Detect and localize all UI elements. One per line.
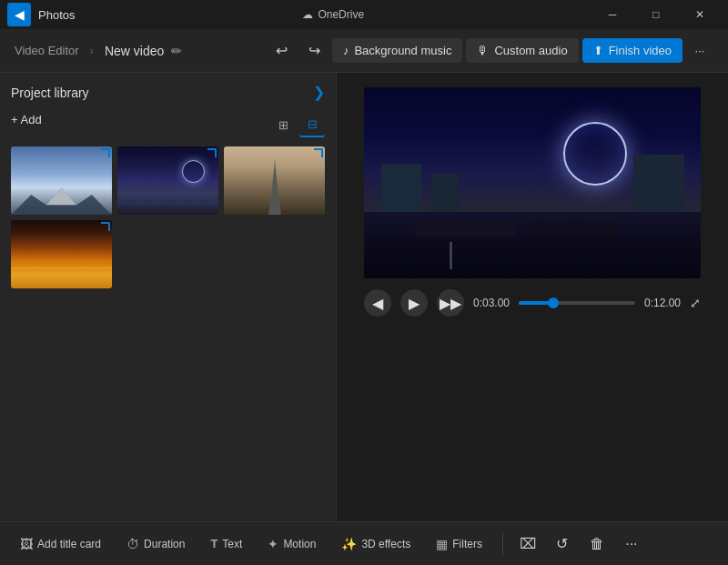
playback-controls: ◀ ▶ ▶▶ 0:03.00 0:12.00 ⤢	[364, 289, 701, 317]
delete-button[interactable]: 🗑	[583, 530, 611, 558]
toolbar-right: ♪ Background music 🎙 Custom audio ⬆ Fini…	[332, 37, 713, 65]
video-editor-label: Video Editor	[15, 44, 79, 57]
timeline-divider-1	[502, 533, 503, 555]
text-button[interactable]: T Text	[201, 532, 251, 555]
grid-view-button[interactable]: ⊞	[270, 112, 296, 137]
crop-button[interactable]: ⌧	[514, 530, 541, 558]
text-label: Text	[222, 538, 242, 550]
effects-icon: ✨	[341, 537, 357, 551]
custom-audio-label: Custom audio	[494, 44, 567, 57]
play-forward-button[interactable]: ▶▶	[437, 289, 464, 317]
onedrive-area: ☁ OneDrive	[302, 8, 364, 21]
progress-bar[interactable]	[519, 301, 635, 305]
breadcrumb-separator: ›	[90, 44, 94, 57]
add-title-card-button[interactable]: 🖼 Add title card	[11, 532, 110, 556]
thumb-corner-sunset	[101, 222, 110, 231]
new-video-label: New video	[105, 44, 164, 58]
fullscreen-button[interactable]: ⤢	[690, 296, 701, 310]
toolbar: Video Editor › New video ✏ ↩ ↪ ♪ Backgro…	[0, 29, 728, 73]
music-icon: ♪	[343, 44, 349, 57]
add-icon: + Add	[11, 113, 42, 126]
filters-button[interactable]: ▦ Filters	[427, 532, 491, 556]
play-button[interactable]: ▶	[400, 289, 428, 317]
title-bar-left: ◀ Photos	[7, 3, 75, 26]
add-media-button[interactable]: + Add	[11, 113, 42, 126]
timeline-more-button[interactable]: ···	[618, 530, 645, 558]
sidebar-header: Project library ❯	[11, 84, 325, 101]
custom-audio-button[interactable]: 🎙 Custom audio	[466, 38, 578, 63]
onedrive-label: OneDrive	[318, 8, 364, 21]
redo-button[interactable]: ↪	[301, 37, 329, 65]
total-time-label: 0:12.00	[644, 297, 681, 309]
audio-icon: 🎙	[477, 44, 489, 57]
speed-button[interactable]: ↺	[549, 530, 576, 558]
toolbar-more-button[interactable]: ···	[686, 37, 713, 65]
svg-marker-3	[268, 197, 281, 215]
text-icon: T	[210, 537, 217, 550]
edit-icon[interactable]: ✏	[171, 44, 182, 58]
motion-icon: ✦	[268, 537, 278, 551]
background-music-label: Background music	[354, 44, 451, 57]
maximize-button[interactable]: □	[635, 0, 677, 29]
minimize-button[interactable]: ─	[592, 0, 633, 29]
filters-icon: ▦	[436, 537, 448, 551]
duration-label: Duration	[144, 538, 185, 550]
effects-3d-label: 3D effects	[361, 538, 410, 550]
project-library-title: Project library	[11, 86, 89, 100]
thumb-corner-eiffel	[314, 148, 323, 157]
finish-video-label: Finish video	[609, 44, 672, 57]
toolbar-left: Video Editor › New video ✏	[15, 44, 265, 58]
view-buttons: ⊞ ⊟	[270, 112, 325, 137]
media-thumb-city[interactable]	[117, 146, 218, 215]
duration-button[interactable]: ⏱ Duration	[117, 532, 194, 556]
toolbar-actions: ↩ ↪	[268, 37, 329, 65]
timeline-area: 🖼 Add title card ⏱ Duration T Text ✦ Mot…	[0, 521, 728, 565]
preview-background	[364, 87, 701, 278]
compact-view-button[interactable]: ⊟	[299, 112, 325, 137]
play-back-button[interactable]: ◀	[364, 289, 391, 317]
main: Project library ❯ + Add ⊞ ⊟	[0, 73, 728, 521]
effects-3d-button[interactable]: ✨ 3D effects	[332, 532, 420, 556]
app-title: Photos	[38, 8, 75, 22]
svg-marker-1	[46, 187, 76, 205]
current-time-label: 0:03.00	[473, 297, 510, 309]
background-music-button[interactable]: ♪ Background music	[332, 38, 462, 63]
filters-label: Filters	[452, 538, 482, 550]
onedrive-icon: ☁	[302, 8, 313, 21]
sidebar-collapse-button[interactable]: ❯	[313, 84, 325, 101]
sidebar-controls: + Add ⊞ ⊟	[11, 112, 325, 137]
thumb-corner-city	[207, 148, 217, 157]
video-preview	[364, 87, 701, 278]
title-bar: ◀ Photos ☁ OneDrive ─ □ ✕	[0, 0, 728, 29]
media-thumb-sunset[interactable]	[11, 220, 112, 288]
title-bar-right: ─ □ ✕	[592, 0, 721, 29]
back-icon: ◀	[15, 7, 25, 22]
add-title-card-label: Add title card	[37, 538, 101, 550]
thumb-corner-mountain	[101, 148, 110, 157]
media-thumb-eiffel[interactable]	[224, 146, 325, 215]
media-grid	[11, 146, 325, 288]
title-bar-center: ☁ OneDrive	[302, 8, 364, 21]
add-title-card-icon: 🖼	[20, 537, 33, 551]
progress-fill	[519, 301, 553, 305]
finish-icon: ⬆	[593, 44, 603, 57]
undo-button[interactable]: ↩	[268, 37, 296, 65]
preview-area: ◀ ▶ ▶▶ 0:03.00 0:12.00 ⤢	[337, 73, 728, 521]
close-button[interactable]: ✕	[679, 0, 721, 29]
progress-thumb	[548, 298, 559, 308]
media-thumb-mountain[interactable]	[11, 146, 112, 215]
sidebar: Project library ❯ + Add ⊞ ⊟	[0, 73, 337, 521]
motion-button[interactable]: ✦ Motion	[258, 532, 325, 556]
motion-label: Motion	[283, 538, 316, 550]
timeline-toolbar: 🖼 Add title card ⏱ Duration T Text ✦ Mot…	[0, 522, 728, 565]
duration-icon: ⏱	[126, 537, 139, 551]
finish-video-button[interactable]: ⬆ Finish video	[582, 38, 682, 63]
back-button[interactable]: ◀	[7, 3, 31, 26]
